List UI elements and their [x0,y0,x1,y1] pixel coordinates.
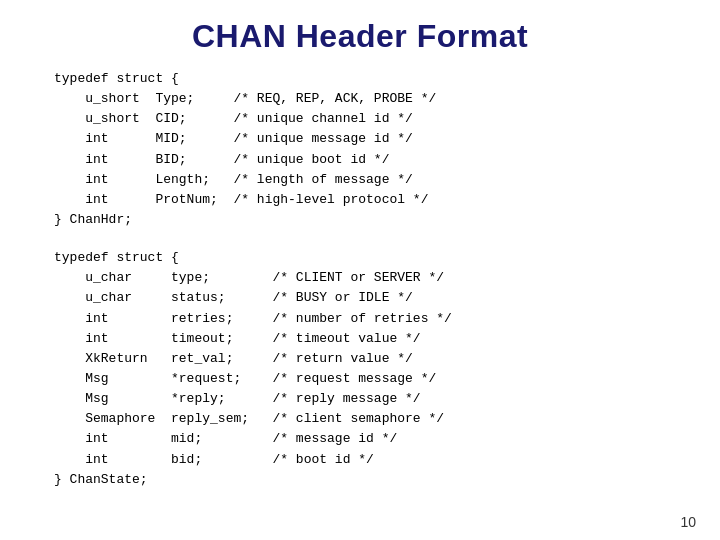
page-number: 10 [680,514,696,530]
code-block-1: typedef struct { u_short Type; /* REQ, R… [54,69,666,230]
page-title: CHAN Header Format [0,0,720,69]
code-block-2: typedef struct { u_char type; /* CLIENT … [54,248,666,490]
